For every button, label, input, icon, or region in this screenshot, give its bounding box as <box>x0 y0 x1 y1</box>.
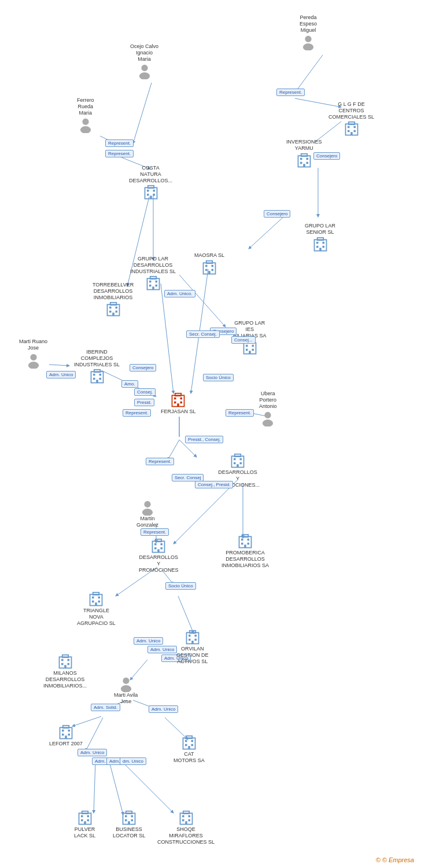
node-ocejo: Ocejo Calvo Ignacio Maria <box>130 43 158 79</box>
badge-consej-presid2[interactable]: Consej., Presid. <box>195 480 233 489</box>
svg-rect-47 <box>306 161 308 164</box>
badge-ferjasan-represent[interactable]: Represent. <box>123 409 151 417</box>
svg-rect-164 <box>68 734 70 736</box>
orvilan-building-icon <box>184 630 201 646</box>
amo-badge[interactable]: Amo. <box>121 380 138 388</box>
badge-ubera-represent[interactable]: Represent. <box>226 409 254 417</box>
badge-ferrero-represent2[interactable]: Represent. <box>105 149 134 158</box>
ferjasan-consej-badge[interactable]: Consej. <box>134 388 156 396</box>
svg-rect-131 <box>241 539 243 541</box>
svg-rect-184 <box>125 819 127 822</box>
svg-rect-190 <box>188 815 190 818</box>
martin-represent-badge[interactable]: Represent. <box>141 528 169 536</box>
badge-grupo-lar-consejero[interactable]: Consejero <box>264 209 290 218</box>
svg-point-59 <box>82 119 88 125</box>
ferrero-represent2-badge[interactable]: Represent. <box>105 150 134 157</box>
svg-rect-155 <box>67 663 69 665</box>
svg-rect-51 <box>316 241 319 244</box>
business-locator-building-icon <box>121 810 137 826</box>
badge-socio-unico2[interactable]: Socio Único <box>165 582 196 590</box>
svg-rect-172 <box>188 746 190 749</box>
orvilan-adm1-badge[interactable]: Adm. Unico <box>134 637 163 645</box>
badge-adm-unico-marti[interactable]: Adm. Unico <box>149 705 178 713</box>
node-marti-ruano: Marti Ruano Jose <box>19 339 47 369</box>
badge-consejero-ferjasan[interactable]: Consejero <box>130 363 156 372</box>
badge-orvilan-adm2[interactable]: Adm. Unico <box>147 645 177 654</box>
badge-represent2[interactable]: Represent. <box>146 457 174 466</box>
badge-grupo-lar-ies-consejero2[interactable]: Consej... <box>231 336 256 344</box>
ferrero-represent1-badge[interactable]: Represent. <box>105 139 134 147</box>
lefort-label: LEFORT 2007 <box>49 741 83 747</box>
badge-socio-unico1[interactable]: Socio Único <box>203 373 234 382</box>
svg-rect-107 <box>180 398 183 400</box>
badge-lefort-adm4[interactable]: dm. Unico <box>120 757 146 766</box>
svg-rect-103 <box>96 380 98 383</box>
orvilan-adm2-badge[interactable]: Adm. Unico <box>147 646 177 653</box>
badge-grupo-lar-adm[interactable]: Adm. Unico. <box>164 289 195 298</box>
svg-rect-73 <box>208 271 211 274</box>
presid-consej-badge[interactable]: Presid., Consej. <box>185 436 223 443</box>
inversiones-consejero-badge[interactable]: Consejero <box>313 152 340 160</box>
badge-presid-consej[interactable]: Presid., Consej. <box>185 435 223 444</box>
svg-line-24 <box>178 596 194 634</box>
node-business-locator: BUSINESS LOCATOR SL <box>113 810 145 840</box>
node-pulver-lack: PULVER LACK SL <box>74 810 95 840</box>
grupo-lar-ies-consejero2-badge[interactable]: Consej... <box>231 336 256 344</box>
badge-amo[interactable]: Amo. <box>121 380 138 388</box>
badge-inversiones-consejero[interactable]: Consejero <box>313 152 340 160</box>
promoberica-building-icon <box>237 534 253 550</box>
svg-rect-55 <box>319 248 322 251</box>
represent2-badge[interactable]: Represent. <box>146 458 174 465</box>
badge-martin-represent[interactable]: Represent. <box>141 528 169 536</box>
marti-adm-badge[interactable]: Adm. Unico <box>46 371 76 378</box>
ferjasan-presid-badge[interactable]: Presid. <box>134 399 154 406</box>
ubera-person-icon <box>260 410 276 426</box>
grupo-lar-adm-badge[interactable]: Adm. Unico. <box>164 290 195 297</box>
svg-point-34 <box>305 36 311 42</box>
iberind-label: IBERIND COMPLEJOS INDUSTRIALES SL <box>74 349 120 367</box>
secr-consej1-badge[interactable]: Secr. Consej. <box>186 330 220 338</box>
consej-presid2-badge[interactable]: Consej., Presid. <box>195 481 233 488</box>
svg-point-113 <box>263 420 273 426</box>
ferjasan-represent-badge[interactable]: Represent. <box>123 409 151 417</box>
maosra-building-icon <box>201 260 217 276</box>
badge-ferjasan-consej[interactable]: Consej. <box>134 388 156 396</box>
node-torrebellver: TORREBELLVER DESARROLLOS INMOBILIARIOS <box>93 282 134 318</box>
svg-rect-142 <box>95 602 98 605</box>
socio-unico1-badge[interactable]: Socio Único <box>203 374 234 381</box>
svg-point-159 <box>121 685 131 692</box>
badge-lefort-adm1[interactable]: Adm. Unico <box>77 748 107 757</box>
consejero-ferjasan-badge[interactable]: Consejero <box>130 364 156 372</box>
adm-solid-badge[interactable]: Adm. Solid. <box>91 704 120 711</box>
node-ferjasan: FERJASAN SL <box>161 392 196 416</box>
svg-rect-65 <box>153 194 155 196</box>
grupo-lar-consejero-badge[interactable]: Consejero <box>264 210 290 218</box>
node-desarrollos-prom2: DESARROLLOS Y PROMOCIONES <box>139 538 179 574</box>
socio-unico2-badge[interactable]: Socio Único <box>165 582 196 590</box>
cat-motors-label: CAT MOTORS SA <box>173 751 205 764</box>
badge-secr-consej1[interactable]: Secr. Consej. <box>186 330 220 339</box>
svg-rect-168 <box>185 740 187 742</box>
adm-unico-marti-badge[interactable]: Adm. Unico <box>149 705 178 713</box>
badge-ferrero-represent1[interactable]: Represent. <box>105 139 134 148</box>
lefort-adm1-badge[interactable]: Adm. Unico <box>77 749 107 756</box>
svg-rect-99 <box>93 374 95 376</box>
svg-rect-161 <box>62 730 64 732</box>
badge-marti-adm[interactable]: Adm. Unico <box>46 370 76 379</box>
badge-pereda-represent[interactable]: Represent. <box>276 88 305 97</box>
badge-adm-solid[interactable]: Adm. Solid. <box>91 703 120 712</box>
pereda-represent-badge[interactable]: Represent. <box>276 89 305 96</box>
node-ubera: Ubera Portero Antonio <box>259 391 277 426</box>
svg-line-29 <box>86 718 103 751</box>
svg-rect-128 <box>158 549 160 552</box>
lefort-adm4-badge[interactable]: dm. Unico <box>120 757 146 765</box>
svg-rect-93 <box>252 349 254 351</box>
node-lefort: LEFORT 2007 <box>49 724 83 748</box>
svg-point-35 <box>303 43 313 50</box>
ferrero-label: Ferrero Rueda Maria <box>77 97 94 116</box>
ubera-represent-badge[interactable]: Represent. <box>226 409 254 417</box>
badge-orvilan-adm1[interactable]: Adm. Unico <box>134 637 163 645</box>
badge-ferjasan-presid[interactable]: Presid. <box>134 398 154 407</box>
svg-rect-187 <box>126 811 132 814</box>
svg-rect-173 <box>186 736 193 738</box>
